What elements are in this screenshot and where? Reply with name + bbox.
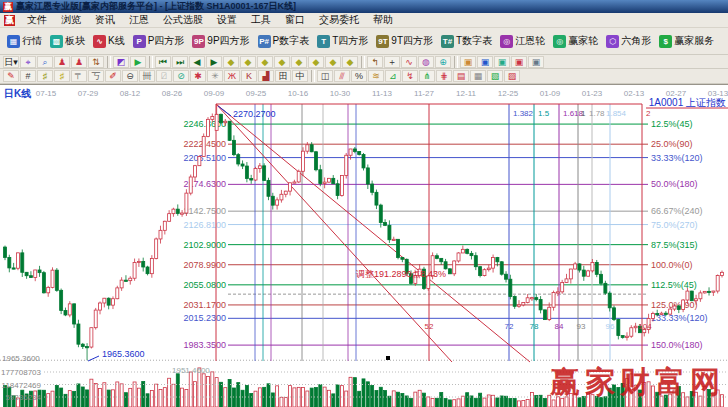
- tool-icon[interactable]: ◆: [308, 56, 324, 68]
- tool-icon[interactable]: ∿: [401, 56, 417, 68]
- tool-icon[interactable]: ◀: [189, 56, 205, 68]
- volume-bar: [371, 385, 374, 407]
- toolbar-button[interactable]: ▩板块: [46, 32, 89, 50]
- tool-icon[interactable]: ▤: [453, 70, 469, 82]
- tool-icon[interactable]: ◆: [274, 56, 290, 68]
- tool-icon[interactable]: 日▾: [3, 56, 19, 68]
- menu-item[interactable]: 交易委托: [312, 12, 366, 28]
- candle-body: [397, 239, 400, 257]
- tool-icon[interactable]: ▣: [511, 56, 527, 68]
- menu-item[interactable]: 浏览: [54, 12, 88, 28]
- tool-icon[interactable]: ◩: [113, 56, 129, 68]
- candle-body: [284, 191, 287, 194]
- date-tick-label: 10-16: [288, 89, 309, 98]
- chart-area[interactable]: 2246.360012.5%(45)2222.450025.0%(90)2206…: [0, 84, 728, 407]
- tool-icon[interactable]: ⊕: [435, 56, 451, 68]
- tool-icon[interactable]: ↯: [402, 70, 418, 82]
- toolbar-button[interactable]: ▦行情: [3, 32, 46, 50]
- tool-icon[interactable]: ▣: [460, 56, 476, 68]
- tool-icon[interactable]: ♟: [54, 56, 70, 68]
- tool-icon[interactable]: ✱: [190, 70, 206, 82]
- tool-icon[interactable]: ▨: [504, 70, 520, 82]
- tool-icon[interactable]: ◆: [223, 56, 239, 68]
- tool-icon[interactable]: ◫: [317, 70, 333, 82]
- tool-icon[interactable]: ◆: [342, 56, 358, 68]
- toolbar-button-label: 赢家轮: [568, 34, 598, 48]
- tool-icon[interactable]: 〒: [71, 70, 87, 82]
- candle-body: [120, 280, 123, 288]
- tool-icon[interactable]: 田: [275, 70, 291, 82]
- tool-icon[interactable]: ≋: [368, 70, 384, 82]
- tool-icon[interactable]: ↰: [367, 56, 383, 68]
- tool-icon[interactable]: #: [20, 70, 36, 82]
- tool-icon[interactable]: K: [241, 70, 257, 82]
- volume-bar: [470, 396, 473, 407]
- toolbar-button[interactable]: ◎江恩轮: [496, 32, 549, 50]
- tool-icon[interactable]: ◆: [240, 56, 256, 68]
- tool-icon[interactable]: 中: [292, 70, 308, 82]
- tool-icon[interactable]: ⋕: [436, 70, 452, 82]
- tool-icon[interactable]: ✎: [3, 70, 19, 82]
- tool-icon[interactable]: ⊖: [122, 70, 138, 82]
- tool-icon[interactable]: ✳: [207, 70, 223, 82]
- candle-body: [258, 166, 261, 169]
- tool-icon[interactable]: ▦: [470, 70, 486, 82]
- tool-icon[interactable]: ◍: [418, 56, 434, 68]
- menu-item[interactable]: 资讯: [88, 12, 122, 28]
- menu-item[interactable]: 工具: [244, 12, 278, 28]
- menu-item[interactable]: 文件: [20, 12, 54, 28]
- menu-item[interactable]: 窗口: [278, 12, 312, 28]
- tool-icon[interactable]: ⏮: [155, 56, 171, 68]
- tool-icon[interactable]: ▣: [477, 56, 493, 68]
- toolbar-button[interactable]: TT四方形: [313, 32, 372, 50]
- tool-icon[interactable]: ♯: [54, 70, 70, 82]
- toolbar-button[interactable]: $赢家服务: [655, 32, 718, 50]
- tool-icon[interactable]: ◆: [291, 56, 307, 68]
- menu-item[interactable]: 帮助: [366, 12, 400, 28]
- tool-icon[interactable]: ▶: [206, 56, 222, 68]
- tool-icon[interactable]: ⫻: [334, 70, 350, 82]
- tool-icon[interactable]: ⋔: [419, 70, 435, 82]
- candle-body: [664, 313, 667, 314]
- tool-icon[interactable]: Ж: [224, 70, 240, 82]
- toolbar-button[interactable]: 9P9P四方形: [188, 32, 253, 50]
- menu-item[interactable]: 公式选股: [156, 12, 210, 28]
- tool-icon[interactable]: ✐: [105, 70, 121, 82]
- tool-icon[interactable]: ◆: [257, 56, 273, 68]
- tool-icon[interactable]: 丂: [88, 70, 104, 82]
- tool-icon[interactable]: ♯: [37, 70, 53, 82]
- toolbar-button[interactable]: PP四方形: [129, 32, 189, 50]
- toolbar-button[interactable]: T#T数字表: [437, 32, 496, 50]
- toolbar-button[interactable]: ◎赢家轮: [549, 32, 602, 50]
- tool-icon[interactable]: ▣: [494, 56, 510, 68]
- tool-icon[interactable]: ▧: [487, 70, 503, 82]
- toolbar-button[interactable]: ∿K线: [89, 32, 129, 50]
- volume-bar: [55, 386, 58, 407]
- tool-icon[interactable]: ＋: [384, 56, 400, 68]
- tool-icon[interactable]: 卌: [139, 70, 155, 82]
- count-label: 104: [638, 322, 652, 331]
- tool-icon[interactable]: ◆: [325, 56, 341, 68]
- volume-bar: [120, 384, 123, 407]
- tool-icon[interactable]: ⌖: [20, 56, 36, 68]
- menu-item[interactable]: 设置: [210, 12, 244, 28]
- tool-icon[interactable]: ⍁: [156, 70, 172, 82]
- toolbar-button-label: 六角形: [621, 34, 651, 48]
- tool-icon[interactable]: ⌕: [37, 56, 53, 68]
- tool-icon[interactable]: ⊿: [385, 70, 401, 82]
- menu-item[interactable]: 江恩: [122, 12, 156, 28]
- main-toolbar: ▦行情▩板块∿K线PP四方形9P9P四方形P#P数字表TT四方形9T9T四方形T…: [0, 28, 728, 55]
- tool-icon[interactable]: ▟: [258, 70, 274, 82]
- tool-icon[interactable]: %: [351, 70, 367, 82]
- tool-icon[interactable]: ♟: [71, 56, 87, 68]
- volume-bar: [107, 390, 110, 407]
- toolbar-button[interactable]: P#P数字表: [254, 32, 314, 50]
- tool-icon[interactable]: ⏭: [172, 56, 188, 68]
- toolbar-separator: [311, 70, 315, 82]
- tool-icon[interactable]: ⊘: [173, 70, 189, 82]
- tool-icon[interactable]: ⇅: [88, 56, 104, 68]
- tool-icon[interactable]: ▶: [130, 56, 146, 68]
- toolbar-button[interactable]: ⬡六角形: [602, 32, 655, 50]
- toolbar-button[interactable]: 9T9T四方形: [372, 32, 437, 50]
- tool-icon[interactable]: ▣: [528, 56, 544, 68]
